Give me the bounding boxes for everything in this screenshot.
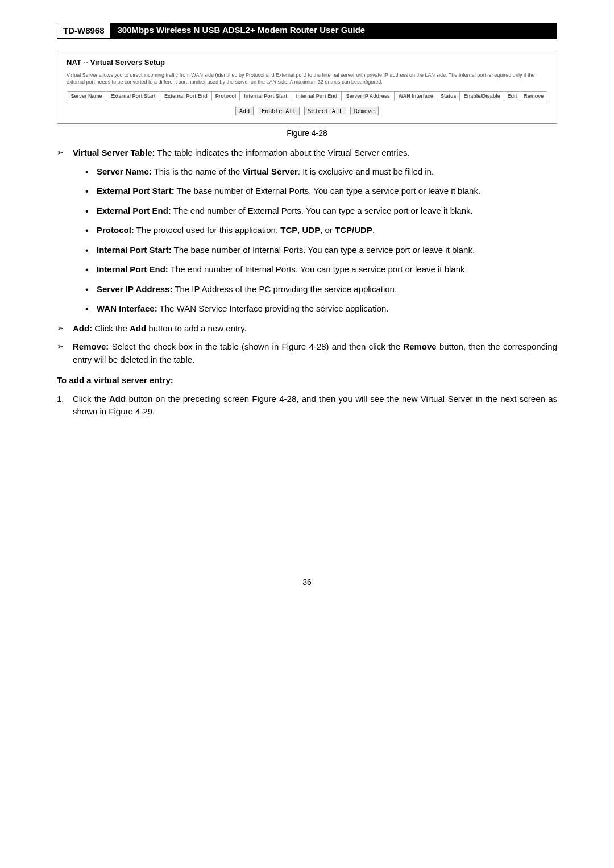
col-remove: Remove — [520, 92, 547, 101]
figure-caption: Figure 4-28 — [57, 128, 557, 138]
nat-table: Server Name External Port Start External… — [67, 91, 547, 101]
page-number: 36 — [57, 578, 557, 587]
bullet-int-end: Internal Port End: The end number of Int… — [85, 263, 557, 276]
nat-title: NAT -- Virtual Servers Setup — [67, 58, 547, 67]
remove-desc: Remove: Select the check box in the tabl… — [73, 340, 557, 366]
col-wan: WAN Interface — [395, 92, 437, 101]
header-rule — [57, 38, 557, 39]
bullet-wan: WAN Interface: The WAN Service Interface… — [85, 302, 557, 315]
bullet-server-name: Server Name: This is the name of the Vir… — [85, 165, 557, 178]
col-edit: Edit — [504, 92, 520, 101]
arrow-icon: ➢ — [57, 322, 73, 335]
guide-title: 300Mbps Wireless N USB ADSL2+ Modem Rout… — [111, 23, 557, 38]
col-enable: Enable/Disable — [459, 92, 504, 101]
bullet-int-start: Internal Port Start: The base number of … — [85, 244, 557, 257]
arrow-icon: ➢ — [57, 147, 73, 160]
col-server-name: Server Name — [67, 92, 106, 101]
col-protocol: Protocol — [211, 92, 239, 101]
bullet-ext-start: External Port Start: The base number of … — [85, 185, 557, 198]
col-status: Status — [437, 92, 459, 101]
add-desc: Add: Click the Add button to add a new e… — [73, 322, 557, 335]
step-number: 1. — [57, 393, 73, 418]
nat-screenshot: NAT -- Virtual Servers Setup Virtual Ser… — [57, 51, 557, 124]
remove-button[interactable]: Remove — [350, 107, 379, 115]
bullet-ext-end: External Port End: The end number of Ext… — [85, 205, 557, 218]
button-row: Add Enable All Select All Remove — [67, 107, 547, 115]
header-bar: TD-W8968 300Mbps Wireless N USB ADSL2+ M… — [57, 23, 557, 38]
virtual-server-table-desc: Virtual Server Table: The table indicate… — [73, 147, 557, 160]
col-ext-end: External Port End — [160, 92, 211, 101]
col-int-start: Internal Port Start — [239, 92, 292, 101]
model-label: TD-W8968 — [57, 23, 111, 38]
nat-description: Virtual Server allows you to direct inco… — [67, 72, 547, 85]
add-button[interactable]: Add — [235, 107, 254, 115]
arrow-icon: ➢ — [57, 340, 73, 366]
col-ext-start: External Port Start — [106, 92, 160, 101]
bullet-server-ip: Server IP Address: The IP Address of the… — [85, 283, 557, 296]
enable-all-button[interactable]: Enable All — [258, 107, 300, 115]
col-server-ip: Server IP Address — [342, 92, 395, 101]
col-int-end: Internal Port End — [292, 92, 342, 101]
to-add-heading: To add a virtual server entry: — [57, 374, 557, 387]
step-1-text: Click the Add button on the preceding sc… — [73, 393, 557, 418]
bullet-protocol: Protocol: The protocol used for this app… — [85, 224, 557, 237]
select-all-button[interactable]: Select All — [304, 107, 346, 115]
